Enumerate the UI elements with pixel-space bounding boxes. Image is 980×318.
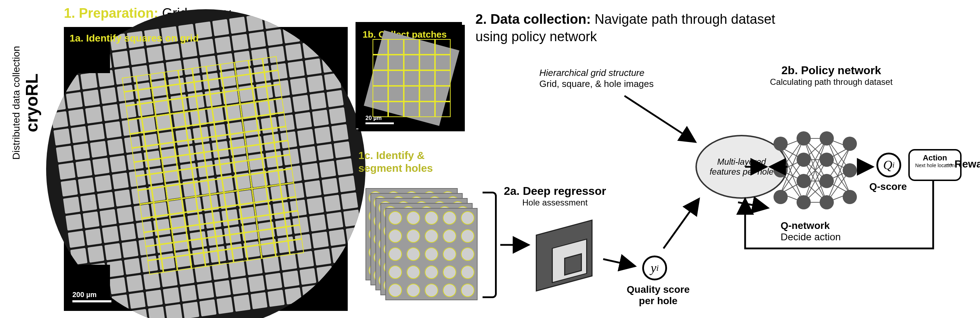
scale-bar-20um: 20 µm: [366, 115, 394, 124]
section2-title: 2. Data collection: Navigate path throug…: [476, 11, 775, 46]
quality-line2: per hole: [639, 295, 678, 306]
hier-plain: Grid, square, & hole images: [539, 78, 654, 89]
section2-text-line1: Navigate path through dataset: [595, 12, 775, 27]
bracket-icon: [482, 192, 497, 298]
label-2a: 2a. Deep regressor Hole assessment: [504, 184, 606, 208]
label-1c-line1: 1c. Identify &: [358, 149, 425, 161]
label-1c: 1c. Identify & segment holes: [358, 149, 433, 175]
y-symbol: y: [651, 261, 656, 275]
label-2b: 2b. Policy network Calculating path thro…: [770, 64, 893, 87]
grid-survey-image: 1a. Identify squares on grid 200 µm: [64, 27, 348, 311]
label-1a: 1a. Identify squares on grid: [70, 33, 199, 44]
reward-label: →Reward: [944, 158, 980, 170]
holes-stack: [366, 188, 472, 294]
patch-square: [364, 30, 459, 126]
qnet-label: Q-network Decide action: [781, 220, 841, 243]
section2-number: 2. Data collection:: [476, 12, 591, 27]
policy-subtitle: Calculating path through dataset: [770, 77, 893, 87]
section2-text-line2: using policy network: [476, 29, 597, 44]
patches-image: 1b. Collect patches 20 µm: [358, 25, 465, 131]
quality-line1: Quality score: [627, 284, 689, 295]
hier-label: Hierarchical grid structure Grid, square…: [539, 67, 654, 89]
regressor-title: 2a. Deep regressor: [504, 184, 606, 198]
brand-title: cryoRL: [22, 46, 41, 160]
identified-squares-overlay: [122, 56, 304, 275]
hier-italic: Hierarchical grid structure: [539, 67, 644, 78]
black-corner-bl: [64, 265, 110, 311]
y-sub: i: [656, 263, 659, 273]
feature-text: Multi-layered features per hole: [704, 157, 779, 177]
svg-line-43: [624, 96, 695, 142]
brand-block: Distributed data collection cryoRL: [11, 46, 41, 160]
q-sub: i: [892, 161, 894, 170]
brand-subtitle: Distributed data collection: [11, 46, 22, 160]
scale-bar-200um: 200 µm: [72, 291, 111, 302]
q-score-symbol: Qi: [877, 153, 901, 178]
svg-line-41: [603, 259, 635, 266]
q-score-label: Q-score: [869, 181, 907, 192]
quality-score-symbol: yi: [642, 256, 667, 280]
quality-score-label: Quality score per hole: [614, 284, 703, 307]
svg-line-42: [663, 199, 699, 248]
qnet-subtitle: Decide action: [781, 231, 841, 242]
reward-text: Reward: [955, 158, 980, 170]
deep-regressor-icon: [536, 227, 600, 291]
qnet-title: Q-network: [781, 220, 830, 231]
q-network-icon: [773, 124, 859, 216]
q-symbol: Q: [883, 157, 892, 172]
regressor-subtitle: Hole assessment: [504, 198, 606, 208]
policy-title: 2b. Policy network: [770, 64, 893, 77]
label-1c-line2: segment holes: [358, 162, 433, 174]
section1-number: 1. Preparation:: [64, 6, 158, 21]
